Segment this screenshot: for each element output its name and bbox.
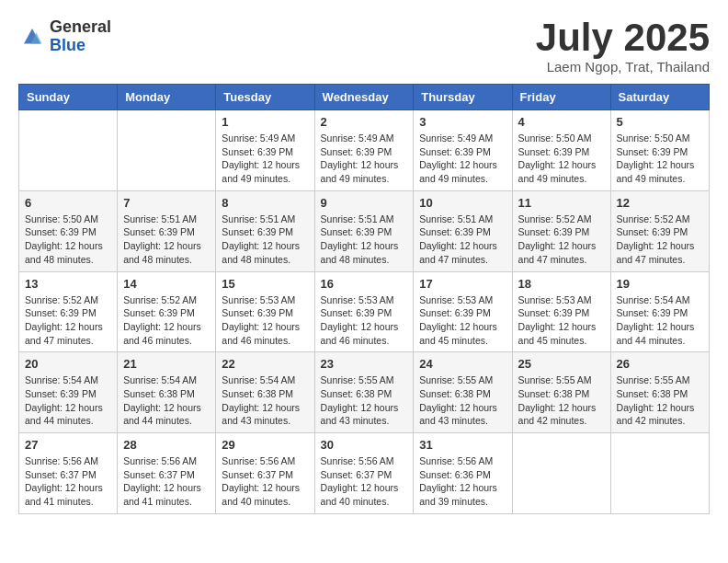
calendar-day-cell: 16Sunrise: 5:53 AMSunset: 6:39 PMDayligh… — [314, 271, 414, 352]
day-of-week-header: Thursday — [414, 85, 512, 110]
day-of-week-header: Wednesday — [314, 85, 414, 110]
calendar-day-cell: 10Sunrise: 5:51 AMSunset: 6:39 PMDayligh… — [414, 190, 512, 271]
title-block: July 2025 Laem Ngop, Trat, Thailand — [536, 18, 710, 75]
calendar-week-row: 27Sunrise: 5:56 AMSunset: 6:37 PMDayligh… — [19, 433, 710, 514]
day-info: Sunrise: 5:56 AMSunset: 6:37 PMDaylight:… — [25, 454, 111, 509]
day-number: 17 — [419, 277, 506, 291]
calendar-day-cell: 15Sunrise: 5:53 AMSunset: 6:39 PMDayligh… — [216, 271, 314, 352]
day-of-week-header: Friday — [512, 85, 610, 110]
calendar-week-row: 6Sunrise: 5:50 AMSunset: 6:39 PMDaylight… — [19, 190, 710, 271]
calendar-day-cell: 23Sunrise: 5:55 AMSunset: 6:38 PMDayligh… — [314, 352, 414, 433]
day-number: 19 — [617, 277, 703, 291]
calendar-day-cell: 8Sunrise: 5:51 AMSunset: 6:39 PMDaylight… — [216, 190, 314, 271]
calendar-day-cell: 19Sunrise: 5:54 AMSunset: 6:39 PMDayligh… — [610, 271, 709, 352]
calendar-day-cell: 20Sunrise: 5:54 AMSunset: 6:39 PMDayligh… — [19, 352, 118, 433]
day-number: 28 — [123, 438, 210, 452]
day-info: Sunrise: 5:53 AMSunset: 6:39 PMDaylight:… — [518, 293, 605, 348]
calendar-day-cell: 22Sunrise: 5:54 AMSunset: 6:38 PMDayligh… — [216, 352, 314, 433]
calendar-day-cell: 7Sunrise: 5:51 AMSunset: 6:39 PMDaylight… — [118, 190, 216, 271]
day-of-week-header: Tuesday — [216, 85, 314, 110]
day-info: Sunrise: 5:56 AMSunset: 6:37 PMDaylight:… — [123, 454, 210, 509]
calendar-day-cell: 13Sunrise: 5:52 AMSunset: 6:39 PMDayligh… — [19, 271, 118, 352]
calendar-day-cell — [19, 110, 118, 191]
day-number: 22 — [222, 357, 308, 371]
day-number: 1 — [222, 115, 308, 129]
day-info: Sunrise: 5:51 AMSunset: 6:39 PMDaylight:… — [321, 213, 408, 267]
day-number: 31 — [419, 438, 506, 452]
calendar-day-cell: 30Sunrise: 5:56 AMSunset: 6:37 PMDayligh… — [314, 433, 414, 514]
day-info: Sunrise: 5:52 AMSunset: 6:39 PMDaylight:… — [25, 293, 111, 348]
day-number: 21 — [123, 357, 210, 371]
day-number: 26 — [617, 357, 703, 371]
day-number: 14 — [123, 277, 210, 291]
day-number: 15 — [222, 277, 308, 291]
calendar-day-cell: 28Sunrise: 5:56 AMSunset: 6:37 PMDayligh… — [118, 433, 216, 514]
day-of-week-header: Saturday — [610, 85, 709, 110]
calendar-day-cell: 4Sunrise: 5:50 AMSunset: 6:39 PMDaylight… — [512, 110, 610, 191]
calendar-day-cell: 12Sunrise: 5:52 AMSunset: 6:39 PMDayligh… — [610, 190, 709, 271]
calendar-day-cell: 2Sunrise: 5:49 AMSunset: 6:39 PMDaylight… — [314, 110, 414, 191]
day-of-week-header: Monday — [118, 85, 216, 110]
day-info: Sunrise: 5:53 AMSunset: 6:39 PMDaylight:… — [321, 293, 408, 348]
day-info: Sunrise: 5:53 AMSunset: 6:39 PMDaylight:… — [419, 293, 506, 348]
day-info: Sunrise: 5:55 AMSunset: 6:38 PMDaylight:… — [321, 373, 408, 428]
calendar-week-row: 13Sunrise: 5:52 AMSunset: 6:39 PMDayligh… — [19, 271, 710, 352]
day-info: Sunrise: 5:52 AMSunset: 6:39 PMDaylight:… — [617, 213, 703, 267]
calendar-table: SundayMondayTuesdayWednesdayThursdayFrid… — [18, 84, 710, 514]
day-info: Sunrise: 5:54 AMSunset: 6:38 PMDaylight:… — [222, 373, 308, 428]
day-info: Sunrise: 5:54 AMSunset: 6:39 PMDaylight:… — [617, 293, 703, 348]
calendar-day-cell: 17Sunrise: 5:53 AMSunset: 6:39 PMDayligh… — [414, 271, 512, 352]
day-info: Sunrise: 5:50 AMSunset: 6:39 PMDaylight:… — [617, 132, 703, 186]
day-number: 20 — [25, 357, 111, 371]
calendar-day-cell: 14Sunrise: 5:52 AMSunset: 6:39 PMDayligh… — [118, 271, 216, 352]
logo-blue: Blue — [50, 37, 111, 55]
calendar-day-cell: 6Sunrise: 5:50 AMSunset: 6:39 PMDaylight… — [19, 190, 118, 271]
day-number: 8 — [222, 196, 308, 210]
day-info: Sunrise: 5:53 AMSunset: 6:39 PMDaylight:… — [222, 293, 308, 348]
day-info: Sunrise: 5:54 AMSunset: 6:39 PMDaylight:… — [25, 373, 111, 428]
day-info: Sunrise: 5:55 AMSunset: 6:38 PMDaylight:… — [419, 373, 506, 428]
day-info: Sunrise: 5:50 AMSunset: 6:39 PMDaylight:… — [518, 132, 605, 186]
day-number: 7 — [123, 196, 210, 210]
day-info: Sunrise: 5:49 AMSunset: 6:39 PMDaylight:… — [321, 132, 408, 186]
day-info: Sunrise: 5:51 AMSunset: 6:39 PMDaylight:… — [419, 213, 506, 267]
calendar-header: SundayMondayTuesdayWednesdayThursdayFrid… — [19, 85, 710, 110]
day-info: Sunrise: 5:56 AMSunset: 6:37 PMDaylight:… — [321, 454, 408, 509]
logo-general: General — [50, 18, 111, 37]
calendar-week-row: 1Sunrise: 5:49 AMSunset: 6:39 PMDaylight… — [19, 110, 710, 191]
day-number: 13 — [25, 277, 111, 291]
day-of-week-header: Sunday — [19, 85, 118, 110]
day-info: Sunrise: 5:55 AMSunset: 6:38 PMDaylight:… — [617, 373, 703, 428]
day-info: Sunrise: 5:52 AMSunset: 6:39 PMDaylight:… — [518, 213, 605, 267]
calendar-day-cell — [610, 433, 709, 514]
calendar-day-cell — [512, 433, 610, 514]
calendar-day-cell: 9Sunrise: 5:51 AMSunset: 6:39 PMDaylight… — [314, 190, 414, 271]
calendar-week-row: 20Sunrise: 5:54 AMSunset: 6:39 PMDayligh… — [19, 352, 710, 433]
calendar-day-cell: 25Sunrise: 5:55 AMSunset: 6:38 PMDayligh… — [512, 352, 610, 433]
logo-text: General Blue — [50, 18, 111, 55]
month-title: July 2025 — [536, 18, 710, 57]
logo-icon — [18, 23, 46, 51]
day-number: 9 — [321, 196, 408, 210]
day-info: Sunrise: 5:54 AMSunset: 6:38 PMDaylight:… — [123, 373, 210, 428]
day-number: 24 — [419, 357, 506, 371]
day-number: 3 — [419, 115, 506, 129]
day-number: 11 — [518, 196, 605, 210]
calendar-day-cell — [118, 110, 216, 191]
page-header: General Blue July 2025 Laem Ngop, Trat, … — [18, 18, 710, 75]
day-number: 2 — [321, 115, 408, 129]
day-number: 12 — [617, 196, 703, 210]
days-of-week-row: SundayMondayTuesdayWednesdayThursdayFrid… — [19, 85, 710, 110]
day-number: 6 — [25, 196, 111, 210]
calendar-day-cell: 24Sunrise: 5:55 AMSunset: 6:38 PMDayligh… — [414, 352, 512, 433]
day-info: Sunrise: 5:51 AMSunset: 6:39 PMDaylight:… — [123, 213, 210, 267]
day-info: Sunrise: 5:49 AMSunset: 6:39 PMDaylight:… — [419, 132, 506, 186]
calendar-day-cell: 21Sunrise: 5:54 AMSunset: 6:38 PMDayligh… — [118, 352, 216, 433]
calendar-day-cell: 27Sunrise: 5:56 AMSunset: 6:37 PMDayligh… — [19, 433, 118, 514]
day-info: Sunrise: 5:50 AMSunset: 6:39 PMDaylight:… — [25, 213, 111, 267]
location-subtitle: Laem Ngop, Trat, Thailand — [536, 59, 710, 75]
calendar-day-cell: 3Sunrise: 5:49 AMSunset: 6:39 PMDaylight… — [414, 110, 512, 191]
day-info: Sunrise: 5:49 AMSunset: 6:39 PMDaylight:… — [222, 132, 308, 186]
calendar-day-cell: 18Sunrise: 5:53 AMSunset: 6:39 PMDayligh… — [512, 271, 610, 352]
calendar-day-cell: 5Sunrise: 5:50 AMSunset: 6:39 PMDaylight… — [610, 110, 709, 191]
